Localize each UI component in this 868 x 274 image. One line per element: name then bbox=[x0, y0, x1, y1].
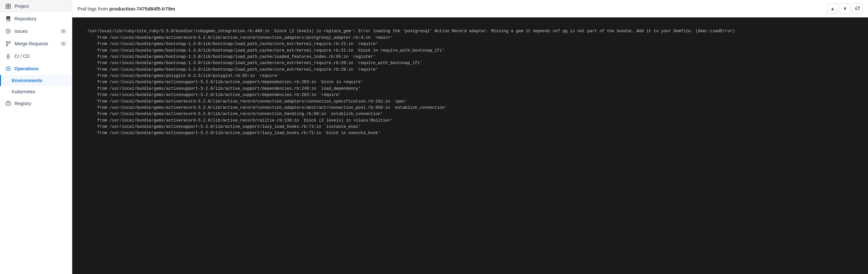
svg-rect-1 bbox=[8, 4, 10, 6]
svg-rect-2 bbox=[6, 6, 8, 8]
svg-point-7 bbox=[9, 41, 10, 43]
refresh-icon bbox=[855, 6, 860, 11]
sidebar-item-registry[interactable]: Registry bbox=[0, 97, 72, 110]
sidebar-item-merge-requests[interactable]: Merge Requests 0 bbox=[0, 37, 72, 50]
log-output[interactable]: /usr/local/lib/ruby/site_ruby/2.5.0/bund… bbox=[72, 18, 868, 274]
main-content: Pod logs from production-7475d84f5-lr79m… bbox=[72, 0, 868, 274]
svg-point-11 bbox=[8, 103, 9, 104]
svg-rect-3 bbox=[8, 6, 10, 8]
operations-icon bbox=[5, 66, 11, 72]
scroll-top-button[interactable]: ▲ bbox=[827, 3, 838, 14]
pod-logs-header: Pod logs from production-7475d84f5-lr79m… bbox=[72, 0, 868, 18]
home-icon bbox=[5, 3, 11, 9]
sidebar-item-label: Merge Requests bbox=[14, 41, 48, 46]
sidebar-item-operations[interactable]: Operations bbox=[0, 62, 72, 75]
sidebar-sub-item-label: Kubernetes bbox=[12, 89, 35, 94]
sidebar-sub-item-label: Environments bbox=[12, 78, 42, 83]
scroll-bottom-icon: ▼ bbox=[843, 6, 847, 11]
svg-point-8 bbox=[6, 45, 7, 46]
sidebar-item-project[interactable]: Project bbox=[0, 0, 72, 12]
header-actions: ▲ ▼ bbox=[827, 3, 863, 14]
book-icon bbox=[5, 16, 11, 22]
sidebar-item-label: Operations bbox=[14, 66, 39, 71]
sidebar-item-issues[interactable]: Issues 0 bbox=[0, 25, 72, 37]
scroll-bottom-button[interactable]: ▼ bbox=[840, 3, 850, 14]
issues-badge: 0 bbox=[60, 29, 67, 33]
sidebar-item-ci-cd[interactable]: CI / CD bbox=[0, 50, 72, 62]
pod-logs-title: Pod logs from production-7475d84f5-lr79m bbox=[78, 6, 175, 11]
scroll-top-icon: ▲ bbox=[830, 6, 835, 11]
log-text: /usr/local/lib/ruby/site_ruby/2.5.0/bund… bbox=[78, 29, 735, 135]
sidebar-item-label: Repository bbox=[14, 16, 36, 21]
issues-icon bbox=[5, 28, 11, 34]
svg-point-5 bbox=[7, 31, 9, 32]
sidebar-item-label: Registry bbox=[14, 101, 31, 106]
svg-point-6 bbox=[6, 41, 7, 43]
sidebar-sub-item-kubernetes[interactable]: Kubernetes bbox=[0, 86, 72, 97]
registry-icon bbox=[5, 100, 11, 106]
sidebar-item-repository[interactable]: Repository bbox=[0, 12, 72, 25]
pod-name: production-7475d84f5-lr79m bbox=[109, 6, 175, 11]
svg-rect-0 bbox=[6, 4, 8, 6]
sidebar-item-label: CI / CD bbox=[14, 54, 30, 59]
rocket-icon bbox=[5, 53, 11, 59]
sidebar: Project Repository Issues 0 bbox=[0, 0, 72, 274]
sidebar-sub-item-environments[interactable]: Environments bbox=[0, 75, 72, 86]
sidebar-item-label: Project bbox=[14, 4, 29, 9]
sidebar-item-label: Issues bbox=[14, 29, 28, 34]
pod-logs-prefix: Pod logs from bbox=[78, 6, 109, 11]
merge-icon bbox=[5, 41, 11, 47]
merge-requests-badge: 0 bbox=[60, 41, 67, 46]
refresh-button[interactable] bbox=[852, 3, 863, 14]
